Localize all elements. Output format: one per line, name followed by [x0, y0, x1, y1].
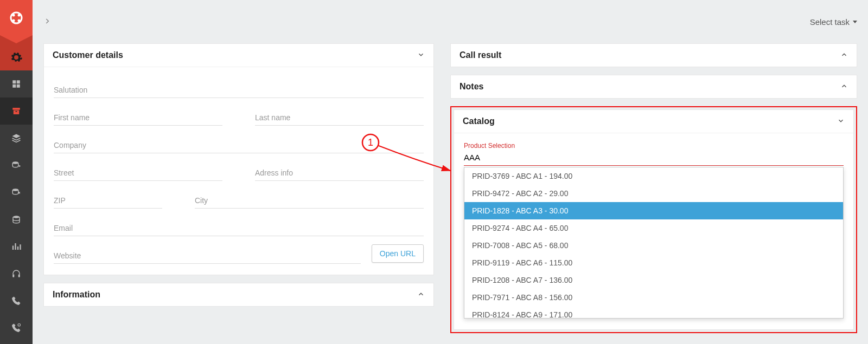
svg-rect-15 [18, 275, 20, 277]
chevron-up-icon [840, 82, 848, 92]
product-option[interactable]: PRID-9472 - ABC A2 - 29.00 [464, 185, 843, 202]
panel-header-information[interactable]: Information [44, 283, 433, 306]
last-name-input[interactable] [255, 110, 424, 126]
dashboard-icon [11, 79, 21, 89]
logo-icon [8, 9, 25, 27]
chevron-right-icon [43, 17, 51, 25]
svg-point-4 [18, 19, 21, 22]
database-icon [11, 215, 21, 224]
nav-db-minus[interactable] [0, 179, 33, 206]
chevron-up-icon [840, 51, 848, 60]
company-input[interactable] [54, 138, 424, 153]
svg-rect-7 [12, 85, 16, 88]
svg-rect-10 [16, 111, 17, 112]
main-area: Select task Customer details Salutat [33, 0, 868, 344]
svg-point-11 [12, 161, 18, 164]
salutation-input[interactable] [54, 82, 424, 98]
svg-point-12 [12, 189, 18, 191]
svg-rect-14 [12, 275, 14, 277]
product-option[interactable]: PRID-9274 - ABC A4 - 65.00 [464, 219, 843, 237]
panel-header-call-result[interactable]: Call result [451, 44, 857, 67]
panel-title: Call result [459, 50, 501, 60]
panel-title: Notes [459, 82, 483, 92]
product-option[interactable]: PRID-7971 - ABC A8 - 156.00 [464, 289, 843, 306]
panel-customer-details: Customer details Salutation [43, 43, 434, 275]
product-selection-label: Product Selection [464, 142, 844, 150]
nav-chart[interactable] [0, 233, 33, 260]
product-option[interactable]: PRID-1828 - ABC A3 - 30.00 [464, 202, 843, 219]
app-logo[interactable] [0, 0, 33, 35]
caret-down-icon [853, 21, 857, 23]
chevron-up-icon [417, 290, 425, 300]
annotation-highlight-box: Catalog Product Selection PRID-3769 - AB… [450, 106, 857, 333]
svg-point-1 [12, 14, 15, 16]
panel-title: Catalog [463, 116, 495, 126]
chevron-down-icon [417, 51, 425, 60]
select-task-label: Select task [810, 17, 850, 27]
topbar: Select task [33, 0, 868, 43]
panel-call-result: Call result [450, 43, 857, 67]
email-input[interactable] [54, 220, 424, 236]
chart-icon [11, 242, 21, 251]
open-url-button[interactable]: Open URL [372, 244, 424, 263]
product-option[interactable]: PRID-1208 - ABC A7 - 136.00 [464, 271, 843, 289]
website-input[interactable] [54, 248, 361, 264]
panel-catalog: Catalog Product Selection PRID-3769 - AB… [454, 109, 854, 330]
phone-config-icon [11, 323, 21, 333]
svg-point-2 [18, 14, 21, 16]
nav-layers[interactable] [0, 125, 33, 152]
svg-rect-9 [12, 108, 20, 110]
product-option[interactable]: PRID-7008 - ABC A5 - 68.00 [464, 237, 843, 254]
product-option[interactable]: PRID-9119 - ABC A6 - 115.00 [464, 254, 843, 271]
db-minus-icon [11, 187, 21, 197]
chevron-down-icon [837, 117, 845, 126]
layers-icon [11, 133, 21, 143]
svg-point-13 [13, 216, 20, 218]
nav-dashboard[interactable] [0, 70, 33, 98]
panel-header-customer[interactable]: Customer details [44, 44, 433, 67]
svg-point-0 [11, 12, 22, 23]
product-dropdown[interactable]: PRID-3769 - ABC A1 - 194.00PRID-9472 - A… [464, 167, 844, 319]
panel-notes: Notes [450, 75, 857, 99]
svg-point-16 [18, 324, 21, 327]
nav-archive[interactable] [0, 98, 33, 125]
nav-phone-config[interactable] [0, 314, 33, 341]
nav-db-plus[interactable] [0, 152, 33, 179]
archive-icon [11, 106, 21, 116]
phone-icon [11, 296, 21, 306]
nav-headphones[interactable] [0, 260, 33, 287]
zip-input[interactable] [54, 193, 162, 209]
headphones-icon [11, 269, 21, 278]
svg-point-3 [12, 19, 15, 22]
svg-rect-6 [17, 80, 20, 83]
panel-header-catalog[interactable]: Catalog [454, 110, 853, 133]
first-name-input[interactable] [54, 110, 222, 126]
street-input[interactable] [54, 165, 222, 181]
breadcrumb[interactable] [43, 17, 51, 27]
panel-header-notes[interactable]: Notes [451, 75, 857, 98]
nav-database[interactable] [0, 206, 33, 233]
db-plus-icon [11, 160, 21, 170]
product-selection-input[interactable] [464, 151, 844, 166]
address-info-input[interactable] [255, 165, 424, 181]
city-input[interactable] [195, 193, 424, 209]
product-option[interactable]: PRID-3769 - ABC A1 - 194.00 [464, 167, 843, 185]
select-task-dropdown[interactable]: Select task [810, 17, 857, 27]
panel-title: Information [53, 290, 100, 300]
svg-rect-5 [12, 80, 16, 83]
nav-phone[interactable] [0, 287, 33, 314]
panel-title: Customer details [53, 50, 123, 60]
svg-rect-8 [17, 85, 20, 88]
product-option[interactable]: PRID-8124 - ABC A9 - 171.00 [464, 306, 843, 319]
gear-icon [10, 51, 23, 64]
panel-information: Information [43, 283, 434, 307]
sidebar [0, 0, 33, 344]
